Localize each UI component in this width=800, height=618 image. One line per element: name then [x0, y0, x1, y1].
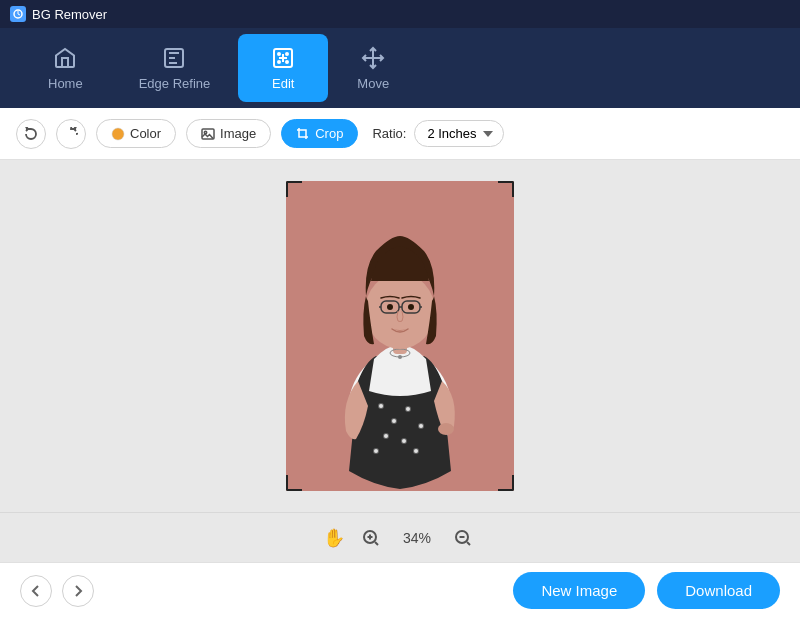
- svg-point-25: [419, 424, 423, 428]
- nav-edge-refine[interactable]: Edge Refine: [111, 34, 239, 102]
- svg-point-3: [278, 53, 280, 55]
- new-image-button[interactable]: New Image: [513, 572, 645, 609]
- toolbar: Color Image Crop Ratio: 2 Inches 3 Inche…: [0, 108, 800, 160]
- nav-move-label: Move: [357, 76, 389, 91]
- svg-point-23: [392, 419, 396, 423]
- undo-button[interactable]: [16, 119, 46, 149]
- home-icon: [53, 46, 77, 70]
- svg-point-28: [414, 449, 418, 453]
- svg-point-40: [387, 304, 393, 310]
- svg-point-7: [112, 128, 124, 140]
- nav-edit[interactable]: Edit: [238, 34, 328, 102]
- image-button[interactable]: Image: [186, 119, 271, 148]
- nav-home[interactable]: Home: [20, 34, 111, 102]
- svg-point-33: [398, 355, 402, 359]
- svg-point-4: [286, 53, 288, 55]
- svg-point-6: [286, 61, 288, 63]
- nav-edit-label: Edit: [272, 76, 294, 91]
- redo-button[interactable]: [56, 119, 86, 149]
- nav-move[interactable]: Move: [328, 34, 418, 102]
- hand-tool-icon[interactable]: ✋: [323, 527, 345, 549]
- app-title: BG Remover: [32, 7, 107, 22]
- canvas-area: [0, 160, 800, 512]
- bottom-bar: New Image Download: [0, 562, 800, 618]
- edge-refine-icon: [162, 46, 186, 70]
- svg-point-34: [365, 273, 435, 349]
- image-icon: [201, 127, 215, 141]
- svg-point-29: [374, 449, 378, 453]
- title-bar: BG Remover: [0, 0, 800, 28]
- color-icon: [111, 127, 125, 141]
- svg-point-41: [408, 304, 414, 310]
- zoom-in-button[interactable]: [357, 524, 385, 552]
- color-button[interactable]: Color: [96, 119, 176, 148]
- nav-home-label: Home: [48, 76, 83, 91]
- image-container: [286, 181, 514, 491]
- ratio-container: Ratio: 2 Inches 3 Inches 4 Inches Custom: [372, 120, 504, 147]
- app-icon: [10, 6, 26, 22]
- nav-edge-refine-label: Edge Refine: [139, 76, 211, 91]
- action-buttons: New Image Download: [513, 572, 780, 609]
- next-button[interactable]: [62, 575, 94, 607]
- svg-point-22: [379, 404, 383, 408]
- svg-point-27: [402, 439, 406, 443]
- svg-point-30: [438, 423, 454, 435]
- person-image: [286, 181, 514, 491]
- svg-point-5: [278, 61, 280, 63]
- svg-point-24: [406, 407, 410, 411]
- crop-button[interactable]: Crop: [281, 119, 358, 148]
- edit-icon: [271, 46, 295, 70]
- ratio-select[interactable]: 2 Inches 3 Inches 4 Inches Custom: [414, 120, 504, 147]
- crop-icon: [296, 127, 310, 141]
- prev-button[interactable]: [20, 575, 52, 607]
- svg-point-26: [384, 434, 388, 438]
- zoom-bar: ✋ 34%: [0, 512, 800, 562]
- nav-bar: Home Edge Refine Edit: [0, 28, 800, 108]
- zoom-out-button[interactable]: [449, 524, 477, 552]
- zoom-percent: 34%: [397, 530, 437, 546]
- nav-arrow-group: [20, 575, 94, 607]
- download-button[interactable]: Download: [657, 572, 780, 609]
- ratio-label: Ratio:: [372, 126, 406, 141]
- move-icon: [361, 46, 385, 70]
